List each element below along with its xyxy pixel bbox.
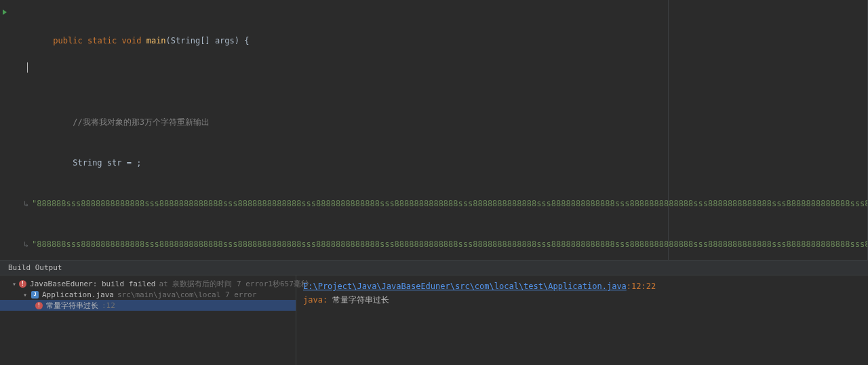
brackets: [] bbox=[200, 36, 210, 45]
tree-row-error-selected[interactable]: ! 常量字符串过长 :12 bbox=[0, 300, 296, 311]
wrap-arrow-icon: ↳ bbox=[24, 197, 32, 210]
code-line-empty[interactable] bbox=[24, 75, 867, 88]
tree-extra: src\main\java\com\local 7 error bbox=[117, 290, 256, 299]
tree-row-file[interactable]: ▾ J Application.java src\main\java\com\l… bbox=[0, 289, 296, 300]
error-icon: ! bbox=[35, 302, 43, 309]
tree-status: build failed bbox=[97, 280, 155, 288]
comment: //我将我对象的那3万个字符重新输出 bbox=[73, 117, 210, 127]
error-message: 常量字符串过长 bbox=[332, 295, 389, 305]
var-rest: str = ; bbox=[102, 158, 142, 168]
output-file-line: E:\Project\Java\JavaBaseEduner\src\com\l… bbox=[303, 280, 861, 293]
string-wrap-line[interactable]: ↳"888888sss8888888888888sss8888888888888… bbox=[24, 197, 867, 210]
error-icon: ! bbox=[19, 280, 26, 288]
error-file-link[interactable]: E:\Project\Java\JavaBaseEduner\src\com\l… bbox=[303, 282, 627, 291]
code-line[interactable]: //我将我对象的那3万个字符重新输出 bbox=[24, 115, 867, 129]
code-line[interactable]: public static void main(String[] args) { bbox=[24, 34, 867, 47]
method-end: ) { bbox=[235, 36, 250, 45]
param-type: String bbox=[171, 36, 200, 45]
code-content[interactable]: public static void main(String[] args) {… bbox=[0, 0, 867, 260]
tree-label: Application.java bbox=[42, 290, 114, 299]
string-wrap-line[interactable]: ↳"888888sss8888888888888sss8888888888888… bbox=[24, 237, 867, 251]
build-panel-body: ▾ ! JavaBaseEduner: build failed at 泉数据有… bbox=[0, 275, 868, 365]
build-panel-header[interactable]: Build Output bbox=[0, 261, 868, 275]
build-tree[interactable]: ▾ ! JavaBaseEduner: build failed at 泉数据有… bbox=[0, 275, 296, 365]
collapse-caret-icon[interactable]: ▾ bbox=[23, 291, 28, 299]
tree-label: JavaBaseEduner: bbox=[30, 280, 97, 288]
error-position: :12:22 bbox=[627, 282, 656, 291]
keyword-static: static bbox=[87, 36, 117, 45]
keyword-public: public bbox=[53, 36, 82, 45]
wrap-arrow-icon: ↳ bbox=[24, 237, 32, 251]
string-text: "888888sss8888888888888sss8888888888888s… bbox=[32, 239, 867, 249]
tree-extra: :12 bbox=[102, 301, 115, 310]
keyword-void: void bbox=[122, 36, 142, 45]
param-name: args bbox=[215, 36, 235, 45]
output-error-line: java: 常量字符串过长 bbox=[303, 293, 861, 307]
java-file-icon: J bbox=[31, 291, 39, 299]
tree-row-root[interactable]: ▾ ! JavaBaseEduner: build failed at 泉数据有… bbox=[0, 278, 296, 289]
string-text: "888888sss8888888888888sss8888888888888s… bbox=[32, 199, 867, 208]
build-output[interactable]: E:\Project\Java\JavaBaseEduner\src\com\l… bbox=[296, 275, 868, 365]
tree-label: 常量字符串过长 bbox=[46, 301, 98, 311]
var-type: String bbox=[73, 158, 102, 168]
error-prefix: java: bbox=[303, 295, 328, 305]
method-name: main bbox=[146, 36, 166, 45]
tree-extra: at 泉数据有后的时间 7 error bbox=[159, 279, 268, 289]
code-editor[interactable]: public static void main(String[] args) {… bbox=[0, 0, 868, 260]
paren: ( bbox=[166, 36, 171, 45]
build-panel-title: Build Output bbox=[8, 263, 62, 272]
build-panel: Build Output ▾ ! JavaBaseEduner: build f… bbox=[0, 260, 868, 365]
collapse-caret-icon[interactable]: ▾ bbox=[12, 280, 16, 288]
code-line[interactable]: String str = ; bbox=[24, 156, 867, 170]
